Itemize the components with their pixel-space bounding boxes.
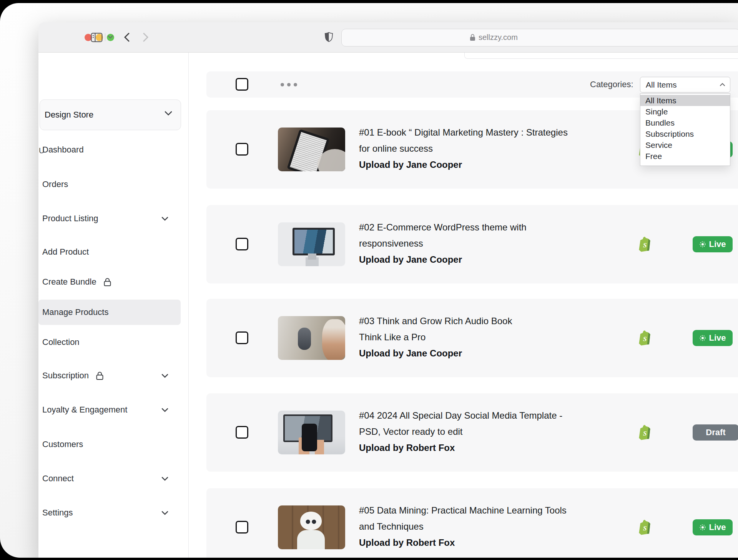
chevron-down-icon <box>161 511 168 515</box>
sidebar-item-product-listing[interactable]: Product Listing <box>38 210 181 227</box>
back-button[interactable] <box>124 33 130 42</box>
row-checkbox[interactable] <box>236 143 248 156</box>
product-thumbnail <box>278 505 345 549</box>
address-bar-content: sellzzy.com <box>470 22 518 52</box>
row-checkbox[interactable] <box>236 238 248 250</box>
shopify-icon: S <box>638 425 651 440</box>
sticky-header-edge <box>464 53 738 59</box>
dropdown-option-all-items[interactable]: All Items <box>640 95 730 106</box>
sidebar-item-subscription[interactable]: Subscription <box>38 367 181 384</box>
chevron-down-icon <box>161 217 168 221</box>
product-thumbnail <box>278 316 345 360</box>
sidebar-item-loyalty-engagement[interactable]: Loyalty & Engagement <box>38 401 181 418</box>
live-dot-icon <box>699 335 706 341</box>
product-title: #01 E-book “ Digital Marketing Mastery :… <box>359 124 568 141</box>
product-row: #05 Data Mining: Practical Machine Learn… <box>206 488 738 558</box>
status-badge: Live <box>693 236 733 252</box>
product-title: #05 Data Mining: Practical Machine Learn… <box>359 502 567 519</box>
sidebar-item-add-product[interactable]: Add Product <box>38 244 181 260</box>
lock-icon <box>470 34 475 41</box>
product-thumbnail <box>278 222 345 266</box>
sidebar-item-collection[interactable]: Collection <box>38 334 181 351</box>
svg-text:S: S <box>643 430 647 437</box>
chevron-up-icon <box>720 83 725 86</box>
toolbar-divider <box>105 33 105 41</box>
product-thumbnail <box>278 411 345 454</box>
product-title: #04 2024 All Special Day Social Media Te… <box>359 408 562 424</box>
dropdown-option-subscriptions[interactable]: Subscriptions <box>640 128 730 139</box>
browser-window: sellzzy.com Design Store U Dashboard Ord… <box>38 22 738 558</box>
categories-label: Categories: <box>590 71 633 98</box>
sidebar-item-connect[interactable]: Connect <box>38 470 181 487</box>
product-title: #03 Think and Grow Rich Audio Book <box>359 313 512 329</box>
lock-icon <box>103 278 111 287</box>
product-uploader: Upload by Jane Cooper <box>359 252 527 268</box>
sidebar-item-settings[interactable]: Settings <box>38 504 181 521</box>
categories-dropdown-menu: All Items Single Bundles Subscriptions S… <box>640 93 730 166</box>
shopify-icon: S <box>638 237 651 252</box>
svg-text:S: S <box>643 335 647 343</box>
screenshot-canvas: sellzzy.com Design Store U Dashboard Ord… <box>0 0 738 560</box>
forward-button[interactable] <box>143 33 149 42</box>
store-selector-label: Design Store <box>45 110 93 120</box>
sidebar-item-manage-products[interactable]: Manage Products <box>38 304 181 321</box>
status-badge: Live <box>693 330 733 346</box>
product-row: #03 Think and Grow Rich Audio Book Think… <box>206 299 738 377</box>
url-text: sellzzy.com <box>479 33 518 42</box>
sidebar-toggle-icon[interactable] <box>91 33 103 42</box>
svg-text:S: S <box>643 242 647 249</box>
select-all-checkbox[interactable] <box>236 78 248 91</box>
privacy-shield-icon[interactable] <box>324 32 333 42</box>
row-checkbox[interactable] <box>236 426 248 439</box>
dropdown-option-free[interactable]: Free <box>640 151 730 162</box>
categories-select[interactable]: All Items <box>640 77 730 93</box>
product-uploader: Upload by Jane Cooper <box>359 157 568 173</box>
product-title: #02 E-Commerce WordPress theme with <box>359 219 527 235</box>
product-uploader: Upload by Robert Fox <box>359 440 562 456</box>
shopify-icon: S <box>638 520 651 535</box>
product-row: #02 E-Commerce WordPress theme with resp… <box>206 205 738 283</box>
sidebar-item-orders[interactable]: Orders <box>38 176 181 193</box>
dropdown-option-service[interactable]: Service <box>640 139 730 151</box>
status-badge: Live <box>693 519 733 535</box>
row-checkbox[interactable] <box>236 521 248 533</box>
lock-icon <box>96 371 104 380</box>
chevron-down-icon[interactable] <box>108 35 113 39</box>
status-badge: Draft <box>693 424 738 441</box>
dropdown-option-single[interactable]: Single <box>640 106 730 117</box>
product-uploader: Upload by Robert Fox <box>359 535 567 551</box>
live-dot-icon <box>699 241 706 248</box>
product-uploader: Upload by Jane Cooper <box>359 345 512 361</box>
svg-text:S: S <box>643 525 647 532</box>
chevron-down-icon <box>161 374 168 378</box>
address-bar[interactable] <box>341 29 738 46</box>
browser-toolbar: sellzzy.com <box>38 22 738 53</box>
app-sidebar: Design Store U Dashboard Orders Product … <box>38 53 189 558</box>
more-options-button[interactable] <box>281 83 297 86</box>
chevron-down-icon <box>161 477 168 481</box>
store-selector[interactable]: Design Store <box>40 99 181 130</box>
sidebar-item-dashboard[interactable]: Dashboard <box>38 141 181 158</box>
chevron-down-icon <box>161 408 168 412</box>
dropdown-option-bundles[interactable]: Bundles <box>640 117 730 128</box>
product-thumbnail <box>278 128 345 171</box>
live-dot-icon <box>699 524 706 531</box>
sidebar-item-customers[interactable]: Customers <box>38 436 181 453</box>
product-row: #04 2024 All Special Day Social Media Te… <box>206 393 738 472</box>
sidebar-item-create-bundle[interactable]: Create Bundle <box>38 273 181 290</box>
row-checkbox[interactable] <box>236 331 248 344</box>
shopify-icon: S <box>638 330 651 346</box>
chevron-down-icon <box>165 111 172 116</box>
categories-select-value: All Items <box>646 80 677 89</box>
